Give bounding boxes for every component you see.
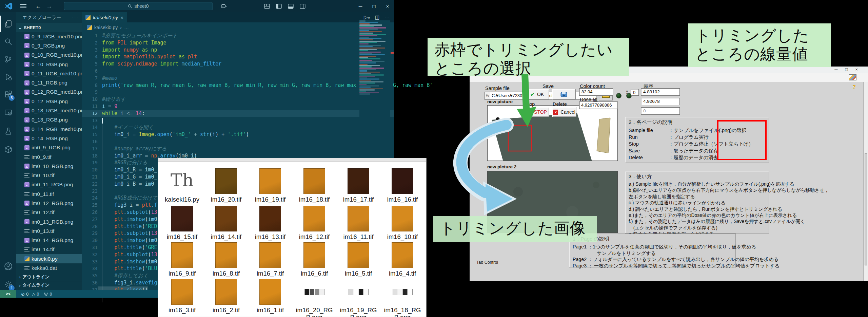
menu-icon[interactable]: [20, 4, 26, 8]
sidebar-file-im0_12_RGB.png[interactable]: im0_12_RGB.png: [16, 199, 82, 208]
sidebar-file-im0_10.tif[interactable]: im0_10.tif: [16, 171, 82, 180]
test-beaker-icon[interactable]: [0, 123, 16, 139]
explorer-icon[interactable]: [0, 16, 16, 32]
sidebar-file-im0_13_RGB.png[interactable]: im0_13_RGB.png: [16, 217, 82, 226]
search-input[interactable]: sheet0: [64, 2, 213, 10]
minimap-line: [359, 61, 384, 62]
toggle-sidebar-icon[interactable]: [276, 4, 282, 9]
sidebar-file-im0_12.tif[interactable]: im0_12.tif: [16, 208, 82, 217]
toggle-panel-icon[interactable]: [288, 4, 294, 9]
thumbnail-im16_19.tif[interactable]: im16_19.tif: [248, 168, 292, 203]
sidebar-file-0_9_RGB_med10.png[interactable]: 0_9_RGB_med10.png: [16, 32, 82, 41]
ports-status[interactable]: 0: [44, 292, 52, 297]
python-file-icon: [85, 15, 91, 20]
thumbnail-im16_3.tif[interactable]: im16_3.tif: [160, 279, 204, 314]
problems-status[interactable]: ⊘0 △0: [21, 292, 39, 297]
save-button[interactable]: [552, 89, 576, 100]
help-icon[interactable]: ?: [852, 84, 856, 90]
remote-explorer-icon[interactable]: [0, 105, 16, 121]
sidebar-file-im0_9_RGB.png[interactable]: im0_9_RGB.png: [16, 143, 82, 152]
thumbnail-im16_5.tif[interactable]: im16_5.tif: [336, 242, 380, 277]
stop-button[interactable]: STOP: [525, 107, 549, 117]
cancel-button[interactable]: x Cancel: [552, 107, 576, 117]
sidebar-file-0_12_RGB_med10.png[interactable]: 0_12_RGB_med10.png: [16, 88, 82, 97]
search-sidebar-icon[interactable]: [0, 33, 16, 50]
ok-button[interactable]: ✔ OK: [525, 89, 549, 100]
sidebar-more-icon[interactable]: ···: [72, 15, 79, 20]
thumbnail-im16_16.tif[interactable]: im16_16.tif: [380, 168, 425, 203]
thumbnail-im16_1.tif[interactable]: im16_1.tif: [248, 279, 292, 314]
thumbnail-im16_12.tif[interactable]: im16_12.tif: [292, 206, 336, 240]
lv-maximize-button[interactable]: □: [845, 67, 848, 72]
sidebar-file-im0_14_RGB.png[interactable]: im0_14_RGB.png: [16, 236, 82, 245]
sidebar-file-0_9_RGB.png[interactable]: 0_9_RGB.png: [16, 41, 82, 50]
thumbnail-im16_4.tif[interactable]: im16_4.tif: [380, 242, 425, 277]
token: import: [160, 61, 182, 67]
thumbnail-im16_9.tif[interactable]: im16_9.tif: [160, 242, 204, 277]
thumbnail-im16_14.tif[interactable]: im16_14.tif: [204, 206, 248, 240]
sidebar-file-0_13_RGB.png[interactable]: 0_13_RGB.png: [16, 115, 82, 125]
sidebar-file-0_13_RGB_med10.png[interactable]: 0_13_RGB_med10.png: [16, 106, 82, 115]
thumbnail-im16_8.tif[interactable]: im16_8.tif: [204, 242, 248, 277]
nav-forward-icon[interactable]: →: [46, 3, 52, 10]
sidebar-file-0_11_RGB.png[interactable]: 0_11_RGB.png: [16, 78, 82, 87]
sidebar-section-timeline[interactable]: › タイムライン: [16, 281, 82, 289]
toggle-secondary-sidebar-icon[interactable]: [300, 4, 305, 9]
lv-close-button[interactable]: ×: [855, 67, 858, 72]
sidebar-file-kekka0.dat[interactable]: kekka0.dat: [16, 263, 82, 273]
tab-kaiseki0[interactable]: kaiseki0.py ×: [82, 12, 127, 22]
sidebar-file-0_14_RGB.png[interactable]: 0_14_RGB.png: [16, 134, 82, 143]
thumbnail-kaiseki16.py[interactable]: Thkaiseki16.py: [160, 168, 204, 203]
thumbnail-im16_20_RGB.png[interactable]: im16_20_RGB.png: [292, 279, 336, 317]
nav-back-icon[interactable]: ←: [35, 3, 41, 10]
thumbnail-im16_10.tif[interactable]: im16_10.tif: [380, 206, 425, 240]
close-button[interactable]: ×: [381, 3, 394, 9]
extensions-icon[interactable]: 5: [0, 86, 16, 102]
package-cube-icon[interactable]: [0, 141, 16, 157]
source-control-icon[interactable]: [0, 51, 16, 67]
thumbnail-im16_18_RGB.png[interactable]: im16_18_RGB.png: [380, 279, 425, 317]
thumbnail-im16_2.tif[interactable]: im16_2.tif: [204, 279, 248, 314]
copilot-icon[interactable]: [221, 4, 227, 9]
history-spinner-value[interactable]: 0: [631, 89, 639, 96]
remote-indicator[interactable]: ><: [0, 290, 16, 298]
sidebar-file-im0_14.tif[interactable]: im0_14.tif: [16, 245, 82, 254]
split-editor-icon[interactable]: ◫: [375, 14, 380, 20]
editor-more-icon[interactable]: ···: [384, 15, 390, 20]
sidebar-section-sheet0[interactable]: ⌄ SHEET0: [16, 23, 82, 32]
thumbnail-im16_7.tif[interactable]: im16_7.tif: [248, 242, 292, 277]
thumbnail-im16_15.tif[interactable]: im16_15.tif: [160, 206, 204, 240]
sidebar-file-kaiseki0.py[interactable]: kaiseki0.py: [16, 254, 82, 263]
sidebar-file-0_12_RGB.png[interactable]: 0_12_RGB.png: [16, 97, 82, 106]
sidebar-file-im0_10_RGB.png[interactable]: im0_10_RGB.png: [16, 162, 82, 171]
run-debug-icon[interactable]: [0, 69, 16, 85]
thumbnail-im16_20.tif[interactable]: im16_20.tif: [204, 168, 248, 203]
labview-scrollbar[interactable]: [863, 82, 868, 281]
thumbnail-im16_13.tif[interactable]: im16_13.tif: [248, 206, 292, 240]
breadcrumb[interactable]: kaiseki0.py › …: [82, 22, 394, 32]
account-icon[interactable]: [0, 258, 16, 274]
lv-minimize-button[interactable]: ─: [834, 67, 837, 72]
thumbnail-im16_6.tif[interactable]: im16_6.tif: [292, 242, 336, 277]
thumbnail-im16_11.tif[interactable]: im16_11.tif: [336, 206, 380, 240]
code-text: plt.title('GRE: [98, 244, 157, 251]
thumbnail-im16_17.tif[interactable]: im16_17.tif: [336, 168, 380, 203]
minimize-button[interactable]: ─: [354, 3, 367, 9]
sidebar-file-0_10_RGB.png[interactable]: 0_10_RGB.png: [16, 60, 82, 69]
sidebar-file-0_10_RGB_med10.png[interactable]: 0_10_RGB_med10.png: [16, 51, 82, 60]
thumbnail-im16_19_RGB.png[interactable]: im16_19_RGB.png: [336, 279, 380, 317]
sidebar-file-0_11_RGB_med10.png[interactable]: 0_11_RGB_med10.png: [16, 69, 82, 78]
sidebar-file-0_14_RGB_med10.png[interactable]: 0_14_RGB_med10.png: [16, 125, 82, 134]
sidebar-file-im0_11.tif[interactable]: im0_11.tif: [16, 189, 82, 199]
run-python-button[interactable]: ▷∨: [364, 14, 370, 20]
history-spinner-arrows[interactable]: ▴▾: [626, 89, 631, 95]
sidebar-file-im0_11_RGB.png[interactable]: im0_11_RGB.png: [16, 180, 82, 189]
tab-close-icon[interactable]: ×: [120, 15, 123, 20]
customize-layout-icon[interactable]: [264, 4, 270, 9]
maximize-button[interactable]: □: [367, 3, 381, 9]
thumbnail-im16_18.tif[interactable]: im16_18.tif: [292, 168, 336, 203]
sidebar-file-im0_13.tif[interactable]: im0_13.tif: [16, 226, 82, 236]
vi-icon[interactable]: [849, 74, 856, 80]
sidebar-file-im0_9.tif[interactable]: im0_9.tif: [16, 152, 82, 162]
sidebar-section-outline[interactable]: › アウトライン: [16, 273, 82, 281]
